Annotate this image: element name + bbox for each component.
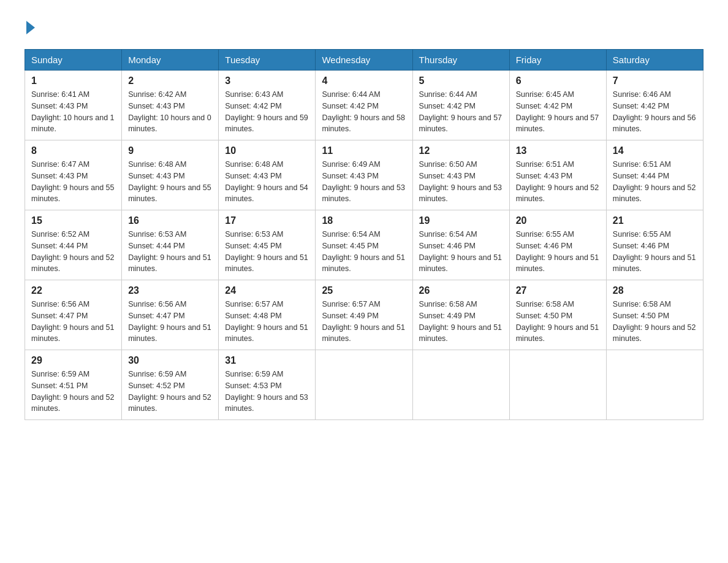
day-info: Sunrise: 6:50 AMSunset: 4:43 PMDaylight:… xyxy=(419,160,502,203)
day-number: 31 xyxy=(225,355,309,366)
calendar-cell: 3 Sunrise: 6:43 AMSunset: 4:42 PMDayligh… xyxy=(219,71,316,140)
calendar-cell: 11 Sunrise: 6:49 AMSunset: 4:43 PMDaylig… xyxy=(316,140,412,210)
week-row-3: 15 Sunrise: 6:52 AMSunset: 4:44 PMDaylig… xyxy=(25,210,703,280)
calendar-cell: 8 Sunrise: 6:47 AMSunset: 4:43 PMDayligh… xyxy=(25,140,122,210)
day-number: 23 xyxy=(128,285,212,296)
calendar-cell: 25 Sunrise: 6:57 AMSunset: 4:49 PMDaylig… xyxy=(316,280,412,350)
calendar-cell: 7 Sunrise: 6:46 AMSunset: 4:42 PMDayligh… xyxy=(606,71,703,140)
calendar-cell: 14 Sunrise: 6:51 AMSunset: 4:44 PMDaylig… xyxy=(606,140,703,210)
day-info: Sunrise: 6:41 AMSunset: 4:43 PMDaylight:… xyxy=(31,90,115,133)
day-number: 3 xyxy=(225,75,309,86)
calendar-cell: 24 Sunrise: 6:57 AMSunset: 4:48 PMDaylig… xyxy=(219,280,316,350)
day-info: Sunrise: 6:58 AMSunset: 4:50 PMDaylight:… xyxy=(613,300,696,343)
day-number: 19 xyxy=(419,215,503,226)
calendar-cell xyxy=(606,350,703,420)
day-number: 27 xyxy=(516,285,600,296)
day-number: 28 xyxy=(613,285,697,296)
calendar-cell: 19 Sunrise: 6:54 AMSunset: 4:46 PMDaylig… xyxy=(412,210,509,280)
day-number: 14 xyxy=(613,145,697,156)
day-info: Sunrise: 6:42 AMSunset: 4:43 PMDaylight:… xyxy=(128,90,211,133)
day-info: Sunrise: 6:49 AMSunset: 4:43 PMDaylight:… xyxy=(322,160,405,203)
calendar-cell: 4 Sunrise: 6:44 AMSunset: 4:42 PMDayligh… xyxy=(316,71,412,140)
day-info: Sunrise: 6:56 AMSunset: 4:47 PMDaylight:… xyxy=(31,300,115,343)
calendar-cell: 29 Sunrise: 6:59 AMSunset: 4:51 PMDaylig… xyxy=(25,350,122,420)
weekday-header-row: SundayMondayTuesdayWednesdayThursdayFrid… xyxy=(25,50,703,71)
day-number: 9 xyxy=(128,145,212,156)
day-number: 10 xyxy=(225,145,309,156)
calendar-table: SundayMondayTuesdayWednesdayThursdayFrid… xyxy=(25,49,703,420)
calendar-cell: 5 Sunrise: 6:44 AMSunset: 4:42 PMDayligh… xyxy=(412,71,509,140)
day-info: Sunrise: 6:59 AMSunset: 4:53 PMDaylight:… xyxy=(225,370,308,413)
calendar-cell: 1 Sunrise: 6:41 AMSunset: 4:43 PMDayligh… xyxy=(25,71,122,140)
week-row-1: 1 Sunrise: 6:41 AMSunset: 4:43 PMDayligh… xyxy=(25,71,703,140)
calendar-cell xyxy=(412,350,509,420)
calendar-cell: 31 Sunrise: 6:59 AMSunset: 4:53 PMDaylig… xyxy=(219,350,316,420)
day-number: 25 xyxy=(322,285,406,296)
day-number: 21 xyxy=(613,215,697,226)
day-number: 18 xyxy=(322,215,406,226)
weekday-header-monday: Monday xyxy=(122,50,219,71)
calendar-cell: 18 Sunrise: 6:54 AMSunset: 4:45 PMDaylig… xyxy=(316,210,412,280)
day-number: 12 xyxy=(419,145,503,156)
day-info: Sunrise: 6:55 AMSunset: 4:46 PMDaylight:… xyxy=(613,230,696,273)
calendar-cell: 16 Sunrise: 6:53 AMSunset: 4:44 PMDaylig… xyxy=(122,210,219,280)
day-number: 17 xyxy=(225,215,309,226)
calendar-cell: 20 Sunrise: 6:55 AMSunset: 4:46 PMDaylig… xyxy=(509,210,606,280)
day-info: Sunrise: 6:45 AMSunset: 4:42 PMDaylight:… xyxy=(516,90,599,133)
week-row-5: 29 Sunrise: 6:59 AMSunset: 4:51 PMDaylig… xyxy=(25,350,703,420)
day-number: 15 xyxy=(31,215,115,226)
day-info: Sunrise: 6:44 AMSunset: 4:42 PMDaylight:… xyxy=(322,90,405,133)
weekday-header-tuesday: Tuesday xyxy=(219,50,316,71)
weekday-header-sunday: Sunday xyxy=(25,50,122,71)
day-info: Sunrise: 6:55 AMSunset: 4:46 PMDaylight:… xyxy=(516,230,599,273)
day-info: Sunrise: 6:47 AMSunset: 4:43 PMDaylight:… xyxy=(31,160,115,203)
calendar-cell: 30 Sunrise: 6:59 AMSunset: 4:52 PMDaylig… xyxy=(122,350,219,420)
calendar-cell: 9 Sunrise: 6:48 AMSunset: 4:43 PMDayligh… xyxy=(122,140,219,210)
day-number: 30 xyxy=(128,355,212,366)
calendar-cell: 27 Sunrise: 6:58 AMSunset: 4:50 PMDaylig… xyxy=(509,280,606,350)
calendar-cell: 10 Sunrise: 6:48 AMSunset: 4:43 PMDaylig… xyxy=(219,140,316,210)
day-number: 13 xyxy=(516,145,600,156)
calendar-cell: 22 Sunrise: 6:56 AMSunset: 4:47 PMDaylig… xyxy=(25,280,122,350)
day-number: 2 xyxy=(128,75,212,86)
day-info: Sunrise: 6:48 AMSunset: 4:43 PMDaylight:… xyxy=(128,160,211,203)
weekday-header-wednesday: Wednesday xyxy=(316,50,412,71)
weekday-header-thursday: Thursday xyxy=(412,50,509,71)
calendar-cell: 23 Sunrise: 6:56 AMSunset: 4:47 PMDaylig… xyxy=(122,280,219,350)
calendar-cell: 17 Sunrise: 6:53 AMSunset: 4:45 PMDaylig… xyxy=(219,210,316,280)
week-row-2: 8 Sunrise: 6:47 AMSunset: 4:43 PMDayligh… xyxy=(25,140,703,210)
calendar-cell: 26 Sunrise: 6:58 AMSunset: 4:49 PMDaylig… xyxy=(412,280,509,350)
day-info: Sunrise: 6:53 AMSunset: 4:45 PMDaylight:… xyxy=(225,230,308,273)
weekday-header-friday: Friday xyxy=(509,50,606,71)
day-info: Sunrise: 6:56 AMSunset: 4:47 PMDaylight:… xyxy=(128,300,211,343)
day-number: 1 xyxy=(31,75,115,86)
day-info: Sunrise: 6:51 AMSunset: 4:43 PMDaylight:… xyxy=(516,160,599,203)
day-number: 22 xyxy=(31,285,115,296)
calendar-cell: 6 Sunrise: 6:45 AMSunset: 4:42 PMDayligh… xyxy=(509,71,606,140)
day-number: 26 xyxy=(419,285,503,296)
day-number: 6 xyxy=(516,75,600,86)
weekday-header-saturday: Saturday xyxy=(606,50,703,71)
day-info: Sunrise: 6:53 AMSunset: 4:44 PMDaylight:… xyxy=(128,230,211,273)
day-info: Sunrise: 6:58 AMSunset: 4:50 PMDaylight:… xyxy=(516,300,599,343)
day-number: 4 xyxy=(322,75,406,86)
page-header xyxy=(25,18,703,37)
day-number: 29 xyxy=(31,355,115,366)
day-info: Sunrise: 6:57 AMSunset: 4:48 PMDaylight:… xyxy=(225,300,308,343)
day-info: Sunrise: 6:59 AMSunset: 4:52 PMDaylight:… xyxy=(128,370,211,413)
day-info: Sunrise: 6:57 AMSunset: 4:49 PMDaylight:… xyxy=(322,300,405,343)
day-info: Sunrise: 6:44 AMSunset: 4:42 PMDaylight:… xyxy=(419,90,502,133)
calendar-cell: 2 Sunrise: 6:42 AMSunset: 4:43 PMDayligh… xyxy=(122,71,219,140)
day-number: 24 xyxy=(225,285,309,296)
day-number: 20 xyxy=(516,215,600,226)
calendar-cell: 15 Sunrise: 6:52 AMSunset: 4:44 PMDaylig… xyxy=(25,210,122,280)
day-info: Sunrise: 6:51 AMSunset: 4:44 PMDaylight:… xyxy=(613,160,696,203)
calendar-cell: 28 Sunrise: 6:58 AMSunset: 4:50 PMDaylig… xyxy=(606,280,703,350)
day-info: Sunrise: 6:54 AMSunset: 4:45 PMDaylight:… xyxy=(322,230,405,273)
week-row-4: 22 Sunrise: 6:56 AMSunset: 4:47 PMDaylig… xyxy=(25,280,703,350)
calendar-cell xyxy=(316,350,412,420)
day-number: 11 xyxy=(322,145,406,156)
day-number: 7 xyxy=(613,75,697,86)
day-number: 16 xyxy=(128,215,212,226)
calendar-cell: 21 Sunrise: 6:55 AMSunset: 4:46 PMDaylig… xyxy=(606,210,703,280)
